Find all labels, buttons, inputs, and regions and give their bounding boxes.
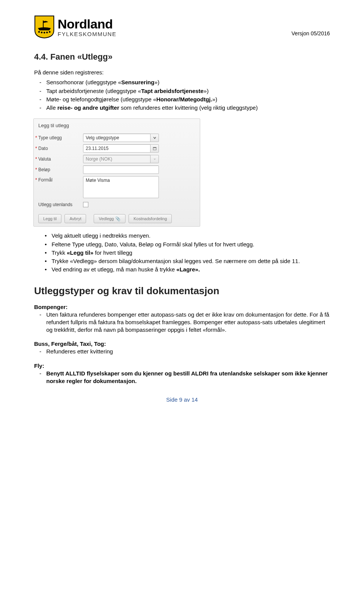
page-header: Nordland FYLKESKOMMUNE Versjon 05/2016 [34, 15, 330, 39]
belop-input[interactable] [83, 166, 159, 174]
label-utenlands: Utlegg utenlands [38, 202, 83, 207]
utenlands-checkbox[interactable] [83, 202, 88, 207]
vedlegg-button[interactable]: Vedlegg📎 [94, 214, 126, 223]
list-item: Feltene Type utlegg, Dato, Valuta, Beløp… [34, 241, 330, 248]
list-item: Benytt ALLTID flyselskaper som du kjenne… [34, 370, 330, 385]
list-item: Velg aktuelt utlegg i nedtrekks menyen. [34, 232, 330, 240]
list-item: Sensorhonorar (utleggstype «Sensurering»… [34, 79, 330, 86]
chevron-down-icon[interactable] [151, 134, 159, 142]
brand-logo: Nordland FYLKESKOMMUNE [34, 15, 116, 39]
chevron-down-icon[interactable] [151, 155, 159, 163]
label-type-utlegg: Type utlegg [38, 135, 83, 140]
svg-point-4 [46, 32, 48, 33]
svg-rect-7 [153, 147, 156, 148]
list-item: Ved endring av et utlegg, må man huske å… [34, 266, 330, 273]
list-item: Møte- og telefongodtgjørelse (utleggstyp… [34, 96, 330, 103]
avbryt-button[interactable]: Avbryt [64, 214, 86, 223]
list-item: Alle reise- og andre utgifter som refund… [34, 104, 330, 112]
intro-text: På denne siden registreres: [34, 69, 330, 76]
version-label: Versjon 05/2016 [292, 30, 330, 36]
legg-til-button[interactable]: Legg til [38, 214, 61, 223]
paperclip-icon: 📎 [115, 216, 121, 221]
buss-list: Refunderes etter kvittering [34, 348, 330, 355]
subhead-fly: Fly: [34, 363, 330, 369]
calendar-icon[interactable] [151, 144, 159, 153]
list-item: Refunderes etter kvittering [34, 348, 330, 355]
svg-point-5 [49, 31, 51, 33]
instructions-list: Velg aktuelt utlegg i nedtrekks menyen. … [34, 232, 330, 273]
label-formal: Formål [38, 177, 83, 183]
panel-title: Legg til utlegg [38, 123, 195, 128]
page-footer: Side 9 av 14 [34, 396, 330, 403]
kostnadsfordeling-button[interactable]: Kostnadsfordeling [129, 214, 172, 223]
label-belop: Beløp [38, 167, 83, 172]
brand-name: Nordland [58, 17, 116, 30]
svg-point-2 [41, 32, 43, 33]
type-utlegg-select[interactable] [83, 134, 151, 142]
fly-list: Benytt ALLTID flyselskaper som du kjenne… [34, 370, 330, 385]
label-dato: Dato [38, 146, 83, 151]
section2-title: Utleggstyper og krav til dokumentasjon [34, 285, 330, 297]
valuta-select[interactable] [83, 155, 151, 163]
brand-subtitle: FYLKESKOMMUNE [58, 31, 116, 37]
dato-input[interactable] [83, 144, 151, 153]
label-valuta: Valuta [38, 156, 83, 162]
list-item: Trykke «Vedlegg» dersom bilag/dokumentas… [34, 257, 330, 265]
subhead-bompenger: Bompenger: [34, 304, 330, 310]
subhead-buss: Buss, Ferge/båt, Taxi, Tog: [34, 341, 330, 347]
bompenger-list: Uten faktura refunderes bompenger etter … [34, 311, 330, 334]
list-item: Tapt arbeidsfortjeneste (utleggstype «Ta… [34, 87, 330, 95]
svg-point-3 [44, 32, 46, 34]
list-item: Trykk «Legg til» for hvert tillegg [34, 249, 330, 257]
formal-textarea[interactable] [83, 176, 159, 198]
shield-icon [34, 15, 55, 39]
list-item: Uten faktura refunderes bompenger etter … [34, 311, 330, 334]
section-title: 4.4. Fanen «Utlegg» [34, 52, 330, 62]
svg-rect-0 [43, 20, 44, 28]
utlegg-form-panel: Legg til utlegg Type utlegg Dato Valuta [33, 118, 200, 227]
intro-list: Sensorhonorar (utleggstype «Sensurering»… [34, 79, 330, 112]
svg-point-1 [38, 31, 40, 33]
